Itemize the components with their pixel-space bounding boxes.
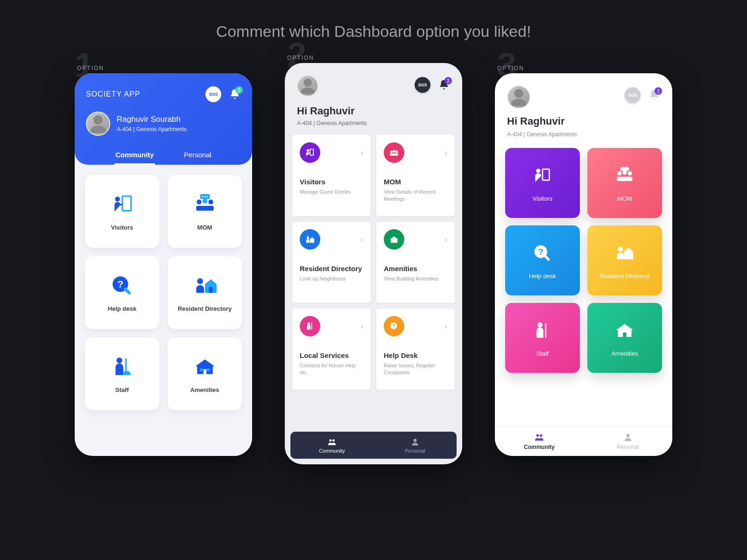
person-icon	[410, 437, 420, 447]
staff-icon	[531, 319, 554, 343]
svg-point-4	[197, 199, 201, 204]
page-title: Comment which Dashboard option you liked…	[0, 0, 747, 41]
community-icon	[327, 437, 337, 447]
person-icon	[298, 75, 317, 97]
option-label-2: OPTION	[287, 55, 314, 61]
card-amenities[interactable]: Amenities	[168, 337, 242, 410]
card-amenities[interactable]: › Amenities View Building Amenities	[376, 222, 455, 303]
tab-community[interactable]: Community	[114, 146, 155, 165]
chevron-right-icon: ›	[444, 235, 447, 245]
person-icon	[87, 112, 109, 136]
card-helpdesk[interactable]: ? Help desk	[85, 256, 159, 329]
visitors-icon	[531, 164, 554, 188]
card-subtitle: Raise Issues, Register Complaints	[384, 362, 447, 377]
mom-icon	[192, 192, 218, 217]
sos-button[interactable]: SOS	[625, 87, 641, 103]
card-staff[interactable]: Staff	[85, 337, 159, 410]
amenities-icon	[384, 229, 404, 250]
card-mom[interactable]: › MOM View Details of Recent Meetings	[376, 135, 455, 216]
svg-point-10	[204, 196, 205, 197]
greeting: Hi Raghuvir	[297, 105, 450, 117]
svg-rect-32	[311, 322, 312, 330]
phone-mockup-1: SOCIETY APP SOS 2 Raghuvir Sourabh	[75, 73, 252, 456]
nav-community[interactable]: Community	[495, 427, 584, 456]
svg-point-36	[332, 439, 335, 441]
card-helpdesk[interactable]: ? › Help Desk Raise Issues, Register Com…	[376, 308, 455, 390]
visitors-icon	[300, 142, 320, 163]
svg-point-9	[202, 196, 203, 197]
notifications-button[interactable]: 2	[229, 88, 241, 100]
avatar[interactable]	[297, 75, 318, 97]
card-mom[interactable]: MOM	[587, 148, 662, 218]
mom-icon	[613, 164, 636, 188]
sos-button[interactable]: SOS	[205, 86, 221, 102]
option-2-group: 2 OPTION SOS 2 Hi Raghuvir A-404 | Genes…	[285, 73, 462, 464]
card-visitors[interactable]: Visitors	[505, 148, 580, 218]
svg-point-54	[540, 434, 543, 437]
helpdesk-icon: ?	[531, 242, 554, 265]
card-visitors[interactable]: Visitors	[85, 175, 159, 248]
user-block[interactable]: Raghuvir Sourabh A-404 | Genesis Apartme…	[86, 112, 241, 136]
community-icon	[534, 432, 544, 442]
card-mom[interactable]: MOM	[168, 175, 242, 248]
svg-text:?: ?	[117, 279, 123, 289]
amenities-icon	[192, 355, 218, 380]
card-grid: Visitors MOM ? Help desk	[75, 165, 252, 410]
nav-community[interactable]: Community	[290, 432, 374, 459]
svg-rect-52	[623, 332, 626, 336]
nav-personal[interactable]: Personal	[584, 427, 672, 456]
tab-personal[interactable]: Personal	[183, 146, 212, 165]
card-subtitle: Contacts for House Help etc.	[300, 362, 363, 377]
bottom-nav: Community Personal	[290, 432, 457, 459]
user-address: A-404 | Genesis Apartments	[297, 120, 450, 126]
card-subtitle: View Details of Recent Meetings	[384, 189, 447, 203]
svg-point-25	[390, 150, 393, 153]
card-directory[interactable]: Resident Directory	[168, 256, 242, 329]
mom-icon	[384, 142, 404, 163]
amenities-icon	[613, 319, 636, 343]
svg-point-29	[307, 237, 310, 239]
card-subtitle: Look up Neighbours	[300, 275, 363, 282]
user-address: A-404 | Genesis Apartments	[507, 131, 660, 138]
avatar	[86, 112, 110, 136]
svg-rect-7	[196, 206, 214, 210]
svg-rect-28	[390, 154, 398, 156]
avatar[interactable]	[507, 85, 530, 109]
svg-rect-50	[545, 323, 547, 337]
option-label-1: OPTION	[77, 65, 104, 71]
card-label: Help desk	[529, 273, 556, 280]
sos-button[interactable]: SOS	[415, 77, 430, 93]
card-directory[interactable]: › Resident Directory Look up Neighbours	[292, 222, 371, 303]
svg-point-6	[202, 198, 207, 203]
svg-point-11	[206, 196, 208, 197]
svg-rect-19	[200, 368, 203, 371]
card-label: Resident Directory	[600, 273, 650, 280]
helpdesk-icon: ?	[110, 273, 135, 299]
notifications-button[interactable]: 2	[438, 79, 450, 91]
card-helpdesk[interactable]: ? Help desk	[505, 225, 580, 295]
card-label: Resident Directory	[178, 305, 232, 312]
card-title: Local Services	[300, 351, 363, 359]
user-address: A-404 | Genesis Apartments	[117, 126, 187, 133]
option-1-group: 1 OPTION SOCIETY APP SOS 2	[75, 73, 252, 456]
card-visitors[interactable]: › Visitors Manage Guest Entries	[292, 135, 371, 216]
svg-point-40	[536, 168, 540, 173]
notifications-button[interactable]: 2	[648, 89, 660, 101]
card-amenities[interactable]: Amenities	[587, 303, 662, 373]
card-directory[interactable]: Resident Directory	[587, 225, 662, 295]
svg-point-0	[93, 115, 103, 125]
staff-icon	[110, 355, 135, 380]
svg-point-14	[197, 278, 203, 284]
svg-point-35	[329, 439, 331, 441]
nav-personal[interactable]: Personal	[374, 432, 457, 459]
svg-point-37	[414, 439, 417, 442]
chevron-right-icon: ›	[444, 148, 447, 158]
svg-point-2	[115, 196, 120, 201]
phone-mockup-3: SOS 2 Hi Raghuvir A-404 | Genesis Apartm…	[495, 73, 672, 456]
card-staff[interactable]: Staff	[505, 303, 580, 373]
card-label: Amenities	[190, 386, 219, 393]
card-local-services[interactable]: › Local Services Contacts for House Help…	[292, 308, 371, 390]
notification-badge: 2	[235, 86, 243, 94]
greeting: Hi Raghuvir	[507, 115, 660, 127]
svg-point-16	[116, 357, 122, 364]
